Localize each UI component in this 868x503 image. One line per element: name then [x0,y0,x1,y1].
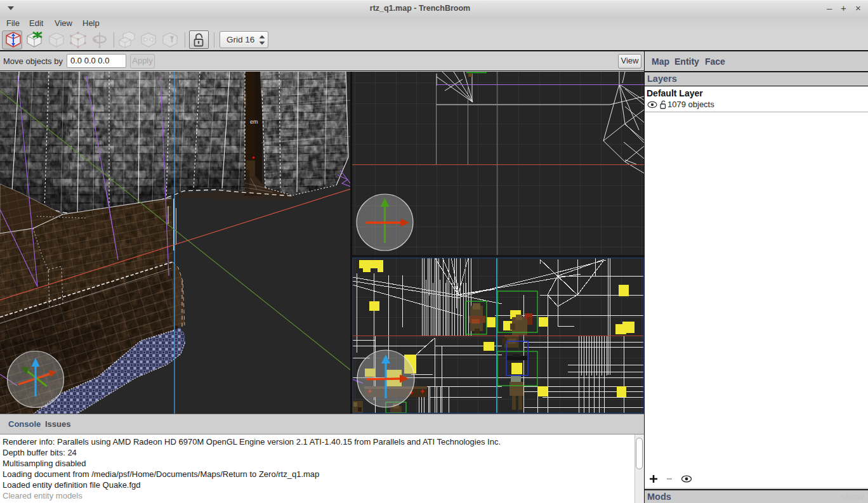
svg-text:em: em [250,119,258,125]
